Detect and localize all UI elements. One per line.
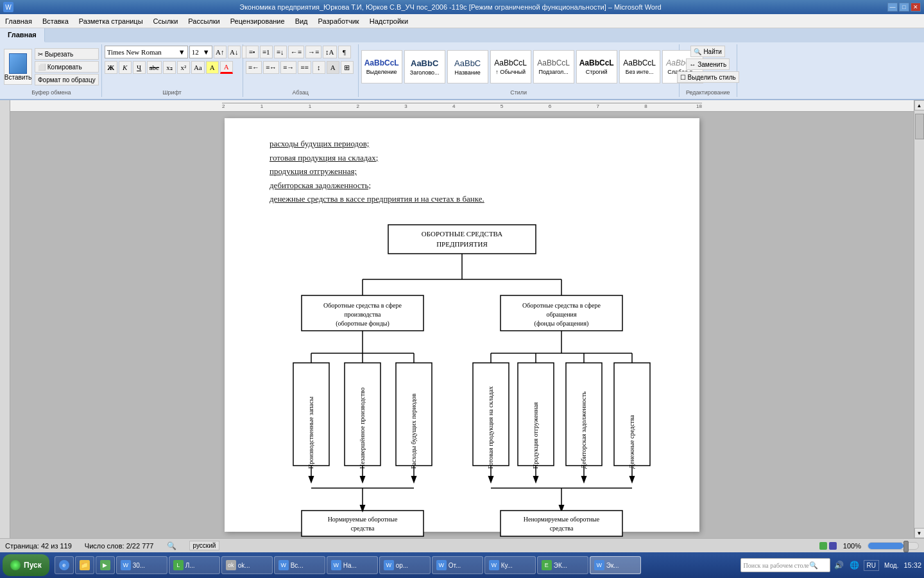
bold-button[interactable]: Ж [105,61,117,74]
folder-quicklaunch[interactable]: 📁 [75,556,94,574]
svg-text:средства: средства [550,525,574,532]
font-name-selector[interactable]: Times New Roman▼ [105,46,188,58]
media-quicklaunch[interactable]: ▶ [96,556,115,574]
format-painter-button[interactable]: Формат по образцу [35,74,99,85]
subscript-button[interactable]: x₂ [163,61,176,74]
tab-home[interactable]: Главная [0,28,45,42]
taskbar-btn-0[interactable]: W 30... [116,556,167,574]
editing-group: 🔍 Найти ↔ Заменить ☐ Выделить стиль Реда… [680,44,737,97]
clipboard-label: Буфер обмена [4,88,99,96]
superscript-button[interactable]: x² [177,61,190,74]
scroll-up-button[interactable]: ▲ [914,100,925,110]
scroll-area[interactable]: расходы будущих периодов; готовая продук… [10,112,914,538]
paste-button[interactable]: Вставить [4,49,32,85]
scroll-thumb[interactable] [915,114,924,139]
start-button[interactable]: Пуск [3,554,49,576]
diagram-svg: ОБОРОТНЫЕ СРЕДСТВА ПРЕДПРИЯТИЯ [263,218,661,539]
svg-text:Продукция отгруженная: Продукция отгруженная [532,401,539,468]
svg-text:ПРЕДПРИЯТИЯ: ПРЕДПРИЯТИЯ [436,240,488,248]
menu-view[interactable]: Вид [290,16,313,26]
menu-review[interactable]: Рецензирование [225,16,290,26]
style-normal[interactable]: AaBbCcL ↑ Обычный [490,50,531,83]
show-marks-button[interactable]: ¶ [338,46,351,58]
maximize-button[interactable]: □ [899,3,909,12]
menu-page-layout[interactable]: Разметка страницы [74,16,148,26]
taskbar-btn-4[interactable]: W На... [327,556,378,574]
taskbar-btn-7[interactable]: W Ку... [484,556,536,574]
mode-indicator: Мод. [882,561,901,570]
multilevel-list-button[interactable]: ≡↓ [274,46,287,58]
list-item: расходы будущих периодов; [270,137,667,150]
menu-home[interactable]: Главная [0,16,37,26]
taskbar-btn-5[interactable]: W op... [379,556,431,574]
align-right-button[interactable]: ≡→ [280,61,296,74]
close-button[interactable]: ✕ [911,3,921,12]
line-spacing-button[interactable]: ↕ [312,61,325,74]
bullet-list-button[interactable]: ≡• [246,46,259,58]
vertical-scrollbar[interactable]: ▲ ▼ [914,100,924,538]
align-center-button[interactable]: ≡↔ [263,61,279,74]
language[interactable]: русский [189,541,220,550]
style-title[interactable]: AaBbC Название [447,50,488,83]
list-item: денежные средства в кассе предприятия и … [270,193,667,206]
document-area: 2 1 1 2 3 4 5 6 7 8 18 р [0,100,924,538]
align-left-button[interactable]: ≡← [246,61,262,74]
list-item: продукция отгруженная; [270,165,667,178]
zoom-level: 100% [843,542,861,550]
decrease-indent-button[interactable]: ←≡ [288,46,304,58]
menu-addins[interactable]: Надстройки [364,16,413,26]
copy-button[interactable]: ⬜ Копировать [35,61,99,73]
strikethrough-button[interactable]: abc [147,61,162,74]
svg-text:ОБОРОТНЫЕ СРЕДСТВА: ОБОРОТНЫЕ СРЕДСТВА [422,230,502,238]
style-subtitle[interactable]: AaBbCcL Подзагол... [533,50,574,83]
style-heading[interactable]: AaBbC Заголово... [404,50,445,83]
taskbar: Пуск e 📁 ▶ W 30... L Л... ok ok... W Вс.… [0,552,924,578]
svg-text:(оборотные фонды): (оборотные фонды) [336,320,389,328]
decrease-font-button[interactable]: A↓ [228,46,241,58]
taskbar-btn-8[interactable]: E ЭК... [537,556,588,574]
increase-font-button[interactable]: A↑ [214,46,227,58]
style-selection[interactable]: AaBbCcL Выделение [361,50,402,83]
font-color-button[interactable]: А [220,61,233,74]
style-strict[interactable]: AaBbCcL Строгий [576,50,617,83]
text-case-button[interactable]: Аа [191,61,205,74]
font-group: Times New Roman▼ 12▼ A↑ A↓ ✕ Ж К Ч abc x… [102,44,243,97]
ie-quicklaunch[interactable]: e [55,556,74,574]
menu-developer[interactable]: Разработчик [313,16,364,26]
highlight-button[interactable]: А [206,61,219,74]
clipboard-group: Вставить ✂ Вырезать ⬜ Копировать Формат … [1,44,102,97]
increase-indent-button[interactable]: →≡ [305,46,321,58]
select-button[interactable]: ☐ Выделить стиль [677,71,739,83]
italic-button[interactable]: К [119,61,132,74]
svg-text:Оборотные средства в сфере: Оборотные средства в сфере [323,302,402,309]
taskbar-btn-6[interactable]: W От... [432,556,483,574]
justify-button[interactable]: ≡≡ [298,61,311,74]
underline-button[interactable]: Ч [133,61,146,74]
lang-indicator[interactable]: RU [864,560,879,571]
svg-text:Готовая продукция на складах: Готовая продукция на складах [487,386,494,469]
sort-button[interactable]: ↕A [323,46,336,58]
cut-button[interactable]: ✂ Вырезать [35,48,99,60]
ruler-top: 2 1 1 2 3 4 5 6 7 8 18 [10,100,914,112]
border-button[interactable]: ⊞ [341,61,354,74]
svg-text:производства: производства [345,311,382,318]
scroll-down-button[interactable]: ▼ [914,528,925,538]
style-no-spacing[interactable]: AaBbCcL Без инте... [619,50,660,83]
search-box[interactable]: Поиск на рабочем столе 🔍 [740,558,830,572]
minimize-button[interactable]: — [887,3,898,12]
status-bar: Страница: 42 из 119 Число слов: 2/22 777… [0,538,924,552]
numbered-list-button[interactable]: ≡1 [260,46,273,58]
menu-mailings[interactable]: Рассылки [183,16,225,26]
taskbar-btn-1[interactable]: L Л... [169,556,220,574]
svg-text:Дебиторская задолженность: Дебиторская задолженность [580,390,587,468]
find-button[interactable]: 🔍 Найти [690,46,725,57]
menu-insert[interactable]: Вставка [37,16,74,26]
taskbar-btn-2[interactable]: ok ok... [221,556,273,574]
font-size-selector[interactable]: 12▼ [189,46,212,58]
shading-button[interactable]: A [327,61,339,74]
taskbar-btn-9[interactable]: W Эк... [590,556,641,574]
taskbar-btn-3[interactable]: W Вс... [274,556,325,574]
tray-icon-0: 🔊 [833,559,846,572]
replace-button[interactable]: ↔ Заменить [686,58,730,70]
menu-references[interactable]: Ссылки [148,16,184,26]
